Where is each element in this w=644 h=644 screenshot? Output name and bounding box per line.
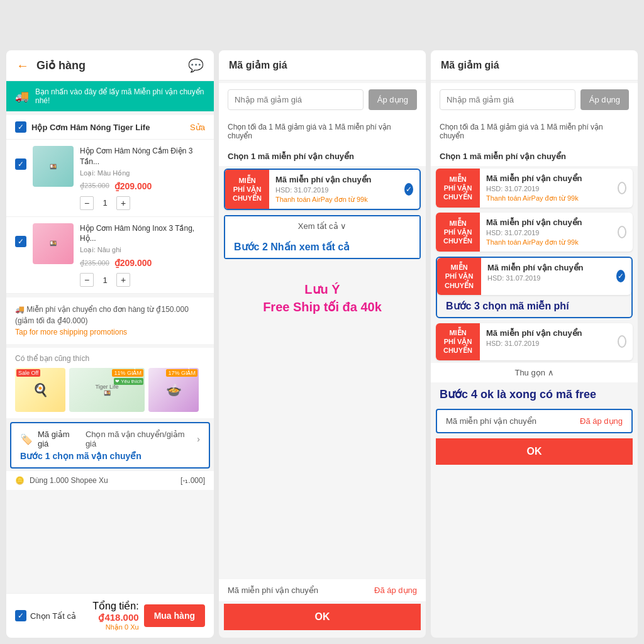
app-container: ← Giỏ hàng 💬 🚚 Bạn nhấn vào đây để lấy m… bbox=[0, 0, 644, 644]
voucher-input-2[interactable] bbox=[228, 89, 364, 110]
voucher-card-3-3[interactable]: MIỄNPHÍ VẬNCHUYỂN Mã miễn phí vận chuyển… bbox=[437, 258, 631, 295]
ok-section-3: OK bbox=[431, 436, 638, 472]
sale-badge-1: Sale Off bbox=[16, 369, 40, 377]
ok-section-2: OK bbox=[219, 601, 426, 638]
discount-badge-2: 11% GIẢM bbox=[112, 369, 143, 377]
recommendations-section: Có thể bạn cũng thích Sale Off 🍳 Tiger L… bbox=[6, 348, 214, 418]
qty-control-1: − 1 + bbox=[80, 196, 205, 210]
product-price-row-1: ₫235.000 ₫209.000 bbox=[80, 181, 205, 191]
applied-label-3: Mã miễn phí vận chuyển bbox=[446, 416, 536, 426]
ok-button-2[interactable]: OK bbox=[224, 604, 421, 630]
edit-link[interactable]: Sửa bbox=[190, 123, 205, 132]
voucher-hsd-3-2: HSD: 31.07.2019 bbox=[486, 229, 611, 236]
shop-section: ✓ Hộp Cơm Hâm Nóng Tiger Life Sửa ✓ 🍱 Hộ… bbox=[6, 115, 214, 294]
product-name-1: Hộp Cơm Hâm Nóng Cắm Điện 3 Tần... bbox=[80, 146, 205, 167]
cart-bottom: ✓ Chọn Tất cả Tổng tiền: ₫418.000 Nhận 0… bbox=[6, 593, 214, 638]
qty-plus-2[interactable]: + bbox=[116, 273, 130, 287]
xu-text: Dùng 1.000 Shopee Xu bbox=[30, 476, 108, 485]
product-item-2: ✓ 🍱 Hộp Cơm Hâm Nóng Inox 3 Tầng, Hộ... … bbox=[6, 217, 214, 294]
product-image-1: 🍱 bbox=[33, 146, 74, 187]
discount-badge-3: 17% GIẢM bbox=[166, 369, 197, 377]
check-circle-icon-3-4 bbox=[618, 335, 626, 348]
voucher-badge-3-2: MIỄNPHÍ VẬNCHUYỂN bbox=[436, 213, 480, 252]
voucher-card-2-1[interactable]: MIỄNPHÍ VẬNCHUYỂN Mã miễn phí vận chuyển… bbox=[224, 169, 421, 210]
shipping-note: 🚚 Miễn phí vận chuyển cho đơn hàng từ ₫1… bbox=[6, 297, 214, 344]
voucher-input-row-2: Áp dụng bbox=[219, 83, 426, 116]
voucher-hsd-3-1: HSD: 31.07.2019 bbox=[486, 185, 611, 192]
voucher-check-3-4 bbox=[618, 323, 633, 360]
shop-checkbox[interactable]: ✓ bbox=[15, 121, 26, 133]
step3-label: Bước 3 chọn mã miễn phí bbox=[437, 295, 631, 317]
qty-plus-1[interactable]: + bbox=[116, 196, 130, 210]
voucher-info-2-1: Mã miễn phí vận chuyển HSD: 31.07.2019 T… bbox=[269, 170, 404, 209]
voucher-hsd-3-4: HSD: 31.07.2019 bbox=[486, 340, 611, 347]
shipping-note-text: 🚚 bbox=[15, 305, 26, 314]
voucher-input-3[interactable] bbox=[440, 89, 575, 110]
voucher-info-3-3: Mã miễn phí vận chuyển HSD: 31.07.2019 bbox=[481, 258, 616, 295]
product-checkbox-1[interactable]: ✓ bbox=[15, 158, 26, 170]
tap-more-link[interactable]: Tap for more shipping promotions bbox=[15, 328, 127, 336]
rec-img-3[interactable]: 🍲 17% GIẢM bbox=[148, 368, 199, 412]
voucher-name-3-1: Mã miễn phí vận chuyển bbox=[486, 174, 611, 183]
chat-icon[interactable]: 💬 bbox=[188, 58, 204, 73]
step4-label: Bước 4 ok là xong có mã free bbox=[431, 382, 638, 406]
shipping-note-content: Miễn phí vận chuyển cho đơn hàng từ ₫150… bbox=[15, 305, 189, 325]
apply-button-3[interactable]: Áp dụng bbox=[580, 89, 629, 110]
select-all[interactable]: ✓ Chọn Tất cả bbox=[15, 610, 76, 621]
buy-button[interactable]: Mua hàng bbox=[144, 604, 205, 627]
thu-gon-row[interactable]: Thu gọn ∧ bbox=[431, 363, 638, 382]
price-original-1: ₫235.000 bbox=[80, 182, 109, 190]
voucher-info-3-4: Mã miễn phí vận chuyển HSD: 31.07.2019 bbox=[480, 323, 618, 360]
choose-link: Chọn mã vận chuyển/giảm giá bbox=[86, 430, 192, 448]
voucher-input-row-3: Áp dụng bbox=[431, 83, 638, 116]
price-sale-2: ₫209.000 bbox=[114, 258, 152, 268]
product-checkbox-2[interactable]: ✓ bbox=[15, 236, 26, 247]
voucher-badge-3-4: MIỄNPHÍ VẬNCHUYỂN bbox=[436, 323, 480, 360]
voucher-name-3-4: Mã miễn phí vận chuyển bbox=[486, 328, 611, 338]
discount-row[interactable]: 🏷️ Mã giảm giá Chọn mã vận chuyển/giảm g… bbox=[20, 430, 200, 448]
see-all-row[interactable]: Xem tất cả ∨ bbox=[225, 216, 419, 236]
voucher-card-3-1[interactable]: MIỄNPHÍ VẬNCHUYỂN Mã miễn phí vận chuyển… bbox=[436, 169, 633, 208]
voucher-desc-2: Chọn tối đa 1 Mã giảm giá và 1 Mã miễn p… bbox=[219, 116, 426, 147]
back-button[interactable]: ← bbox=[16, 58, 29, 73]
voucher-name-3-2: Mã miễn phí vận chuyển bbox=[486, 218, 611, 227]
voucher-card-3-4[interactable]: MIỄNPHÍ VẬNCHUYỂN Mã miễn phí vận chuyển… bbox=[436, 323, 633, 360]
luu-y-title: Lưu Ý Free Ship tối đa 40k bbox=[228, 280, 417, 316]
qty-num-2: 1 bbox=[99, 275, 111, 285]
check-circle-icon-2-1: ✓ bbox=[404, 183, 413, 196]
voucher-hsd-2-1: HSD: 31.07.2019 bbox=[275, 186, 398, 194]
qty-minus-2[interactable]: − bbox=[80, 273, 94, 287]
product-info-2: Hộp Cơm Hâm Nóng Inox 3 Tầng, Hộ... Loại… bbox=[80, 223, 205, 287]
qty-control-2: − 1 + bbox=[80, 273, 205, 287]
free-ship-banner[interactable]: 🚚 Bạn nhấn vào đây để lấy mã Miễn phí vậ… bbox=[6, 81, 214, 111]
voucher-badge-3-1: MIỄNPHÍ VẬNCHUYỂN bbox=[436, 169, 480, 208]
voucher-check-3-1 bbox=[618, 169, 633, 208]
product-variant-2: Loại: Nâu ghi bbox=[80, 246, 205, 254]
step1-label: Bước 1 chọn mã vận chuyển bbox=[20, 451, 200, 461]
ok-button-3[interactable]: OK bbox=[436, 438, 633, 465]
shopee-coin-icon: 🪙 bbox=[15, 476, 25, 485]
xu-row: 🪙 Dùng 1.000 Shopee Xu [-₁.000] bbox=[6, 471, 214, 490]
select-all-checkbox[interactable]: ✓ bbox=[15, 610, 26, 621]
total-section: Tổng tiền: ₫418.000 Nhận 0 Xu bbox=[81, 600, 139, 631]
check-circle-icon-3-3: ✓ bbox=[616, 270, 625, 282]
rec-img-1[interactable]: Sale Off 🍳 bbox=[15, 368, 65, 412]
voucher-icon: 🏷️ bbox=[20, 433, 33, 445]
qty-minus-1[interactable]: − bbox=[80, 196, 94, 210]
voucher-desc-3: Chọn tối đa 1 Mã giảm giá và 1 Mã miễn p… bbox=[431, 116, 638, 147]
select-all-label: Chọn Tất cả bbox=[30, 611, 76, 621]
voucher-condition-3-2: Thanh toán AirPay đơn từ 99k bbox=[486, 238, 611, 247]
voucher-hsd-3-3: HSD: 31.07.2019 bbox=[487, 274, 610, 282]
chevron-right-icon: › bbox=[197, 434, 200, 444]
truck-icon: 🚚 bbox=[15, 89, 29, 103]
apply-button-2[interactable]: Áp dụng bbox=[369, 89, 417, 110]
product-variant-1: Loại: Màu Hồng bbox=[80, 169, 205, 177]
rec-img-2[interactable]: Tiger Life🍱 11% GIẢM ❤ Yêu thích bbox=[69, 368, 145, 412]
xu-earn: Nhận 0 Xu bbox=[81, 623, 139, 631]
panel-voucher-3: Mã giảm giá Áp dụng Chọn tối đa 1 Mã giả… bbox=[431, 50, 638, 638]
shop-name: Hộp Cơm Hâm Nóng Tiger Life bbox=[31, 123, 185, 132]
voucher-condition-2-1: Thanh toán AirPay đơn từ 99k bbox=[275, 196, 398, 204]
cart-header: ← Giỏ hàng 💬 bbox=[6, 50, 214, 81]
voucher-card-3-2[interactable]: MIỄNPHÍ VẬNCHUYỂN Mã miễn phí vận chuyển… bbox=[436, 213, 633, 252]
total-label: Tổng tiền: ₫418.000 bbox=[81, 600, 139, 623]
